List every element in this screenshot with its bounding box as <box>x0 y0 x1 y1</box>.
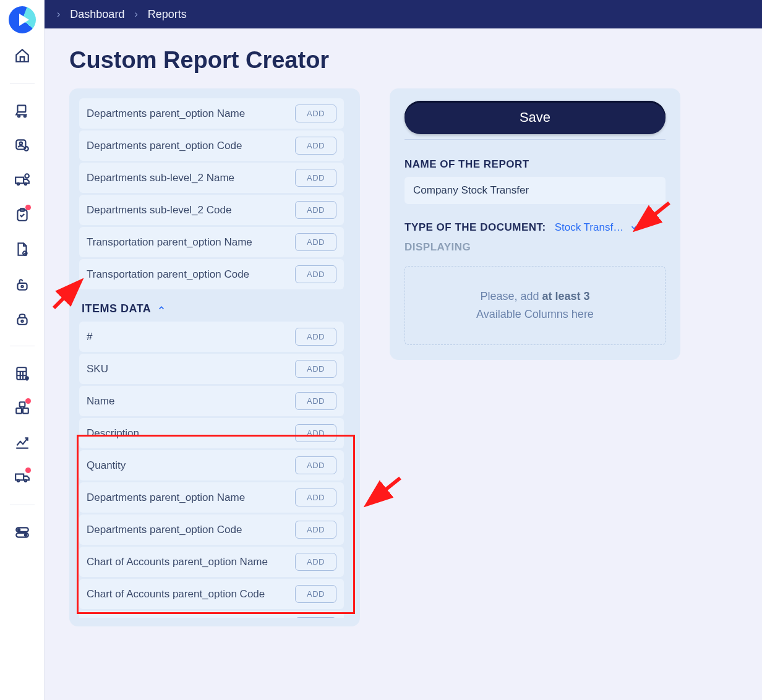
dropzone-text-2: Available Columns here <box>476 308 594 320</box>
add-button[interactable]: ADD <box>295 617 336 618</box>
annotation-arrow-icon <box>360 472 409 515</box>
section-title: ITEMS DATA <box>82 302 151 315</box>
column-row: Chart of Accounts parent_option NameADD <box>79 547 344 577</box>
divider <box>10 83 35 83</box>
add-button[interactable]: ADD <box>295 456 336 474</box>
sidebar-clipboard-icon[interactable] <box>10 202 35 227</box>
add-button[interactable]: ADD <box>295 392 336 410</box>
add-button[interactable]: ADD <box>295 585 336 603</box>
sidebar-chart-icon[interactable] <box>10 430 35 455</box>
column-label: Chart of Accounts parent_option Name <box>87 556 268 568</box>
svg-rect-24 <box>15 474 24 480</box>
sidebar-toggle-icon[interactable] <box>10 520 35 545</box>
sidebar-delivery-icon[interactable] <box>10 168 35 192</box>
page-title: Custom Report Creator <box>69 47 737 74</box>
add-button[interactable]: ADD <box>295 521 336 539</box>
column-row: Chart of Accounts sub-level_2 NameADD <box>79 611 344 618</box>
add-button[interactable]: ADD <box>295 360 336 378</box>
add-button[interactable]: ADD <box>295 105 336 122</box>
displaying-label: DISPLAYING <box>405 241 666 254</box>
column-label: Name <box>87 395 114 408</box>
add-button[interactable]: ADD <box>295 265 336 283</box>
column-label: Description <box>87 427 139 440</box>
columns-scroll[interactable]: Departments parent_option NameADD Depart… <box>79 98 350 618</box>
dropzone-bold: at least 3 <box>542 290 590 302</box>
svg-point-28 <box>17 529 19 531</box>
svg-point-6 <box>24 147 28 151</box>
svg-rect-18 <box>17 367 26 380</box>
column-label: Chart of Accounts parent_option Code <box>87 588 265 600</box>
column-row: NameADD <box>79 386 344 416</box>
svg-marker-0 <box>19 14 29 26</box>
column-row: DescriptionADD <box>79 418 344 448</box>
column-label: Departments parent_option Name <box>87 108 245 120</box>
add-button[interactable]: ADD <box>295 328 336 346</box>
sidebar-user-icon[interactable] <box>10 133 35 158</box>
report-name-input[interactable] <box>405 177 666 204</box>
breadcrumb-reports[interactable]: Reports <box>148 8 187 21</box>
breadcrumb-bar: › Dashboard › Reports <box>45 0 762 28</box>
sidebar-document-icon[interactable] <box>10 237 35 262</box>
column-row: Departments sub-level_2 CodeADD <box>79 195 344 225</box>
add-button[interactable]: ADD <box>295 424 336 442</box>
column-row: SKUADD <box>79 354 344 384</box>
svg-rect-21 <box>19 402 25 407</box>
add-button[interactable]: ADD <box>295 489 336 506</box>
column-row: Transportation parent_option CodeADD <box>79 259 344 289</box>
column-label: SKU <box>87 363 108 375</box>
columns-drop-zone[interactable]: Please, add at least 3 Available Columns… <box>405 266 666 345</box>
svg-rect-23 <box>23 408 28 414</box>
sidebar-truck-icon[interactable] <box>10 465 35 490</box>
breadcrumb-dashboard[interactable]: Dashboard <box>70 8 124 21</box>
add-button[interactable]: ADD <box>295 169 336 187</box>
type-dropdown[interactable]: Stock Transf… <box>555 221 638 234</box>
column-label: Transportation parent_option Code <box>87 268 249 281</box>
column-row: Departments parent_option NameADD <box>79 98 344 129</box>
svg-rect-7 <box>15 177 24 184</box>
svg-rect-16 <box>17 318 27 325</box>
column-label: Departments parent_option Name <box>87 492 245 504</box>
sidebar-lock-open-icon[interactable] <box>10 271 35 296</box>
section-items-data[interactable]: ITEMS DATA <box>79 291 344 322</box>
sidebar-home-icon[interactable] <box>10 43 35 68</box>
svg-point-25 <box>17 480 19 482</box>
column-label: Transportation parent_option Name <box>87 236 252 249</box>
sidebar-calculator-icon[interactable]: $ <box>10 361 35 386</box>
save-button[interactable]: Save <box>405 101 666 134</box>
name-label: NAME OF THE REPORT <box>405 158 666 171</box>
column-label: Departments parent_option Code <box>87 140 242 152</box>
notification-badge <box>25 205 31 210</box>
add-button[interactable]: ADD <box>295 233 336 251</box>
notification-badge <box>25 398 31 404</box>
divider <box>405 139 666 140</box>
column-label: Departments sub-level_2 Name <box>87 172 234 184</box>
chevron-up-icon <box>157 302 166 315</box>
column-row: QuantityADD <box>79 450 344 480</box>
sidebar-cart-icon[interactable] <box>10 98 35 123</box>
divider <box>10 346 35 346</box>
divider <box>10 505 35 505</box>
svg-point-5 <box>19 142 22 145</box>
sidebar-lock-icon[interactable] <box>10 306 35 331</box>
svg-point-30 <box>24 534 26 536</box>
add-button[interactable]: ADD <box>295 137 336 155</box>
svg-point-15 <box>21 286 23 288</box>
svg-rect-14 <box>17 283 27 290</box>
column-row: #ADD <box>79 322 344 352</box>
column-row: Departments parent_option CodeADD <box>79 130 344 161</box>
column-label: Quantity <box>87 459 126 472</box>
report-config-panel: Save NAME OF THE REPORT TYPE OF THE DOCU… <box>390 88 680 360</box>
svg-point-3 <box>24 115 25 117</box>
sidebar-boxes-icon[interactable] <box>10 396 35 420</box>
svg-text:$: $ <box>26 377 28 380</box>
add-button[interactable]: ADD <box>295 201 336 219</box>
column-label: Departments sub-level_2 Code <box>87 204 231 216</box>
column-row: Transportation parent_option NameADD <box>79 227 344 257</box>
column-row: Chart of Accounts parent_option CodeADD <box>79 579 344 609</box>
add-button[interactable]: ADD <box>295 553 336 571</box>
column-row: Departments sub-level_2 NameADD <box>79 163 344 193</box>
column-row: Departments parent_option CodeADD <box>79 514 344 545</box>
available-columns-panel: Departments parent_option NameADD Depart… <box>69 88 360 626</box>
type-value-text: Stock Transf… <box>555 221 623 234</box>
svg-line-34 <box>369 478 400 503</box>
